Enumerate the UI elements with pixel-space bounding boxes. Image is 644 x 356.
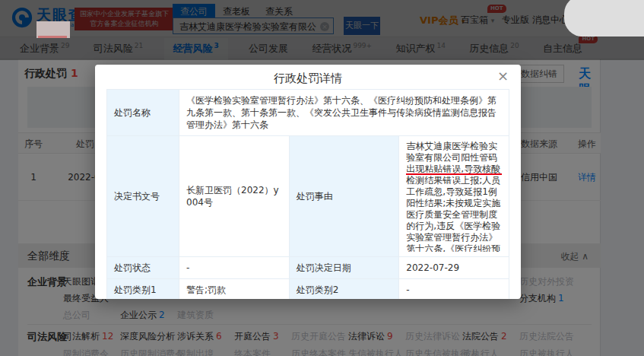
header-backdrop: [0, 0, 644, 60]
penalty-reason-label: 处罚事由: [289, 136, 399, 257]
penalty-status-label: 处罚状态: [107, 257, 179, 279]
penalty-name-label: 处罚名称: [107, 90, 179, 136]
penalty-reason-value: 吉林艾迪康医学检验实验室有限公司阳性管码出现粘贴错误,导致核酸检测结果错误上报;…: [399, 136, 509, 257]
penalty-detail-table: 处罚名称 《医学检验实验室管理暂行办法》第十六条、《医疗纠纷预防和处理条例》第九…: [106, 89, 509, 299]
penalty-type2-label: 处罚类别2: [289, 279, 399, 300]
penalty-type1-value: 警告;罚款: [179, 279, 290, 300]
avatar-redaction-line: [38, 36, 67, 38]
row-penalty-types: 处罚类别1 警告;罚款 处罚类别2 -: [107, 279, 509, 300]
penalty-detail-modal: 行政处罚详情 × 处罚名称 《医学检验实验室管理暂行办法》第十六条、《医疗纠纷预…: [95, 65, 521, 299]
penalty-status-value: -: [179, 257, 290, 279]
row-penalty-name: 处罚名称 《医学检验实验室管理暂行办法》第十六条、《医疗纠纷预防和处理条例》第九…: [107, 90, 509, 136]
tianyancha-page: 天眼查 TianYanCha.com 国家中小企业发展子基金旗下 官方备案企业征…: [0, 0, 644, 356]
row-doc-and-reason: 决定书文号 长新卫医罚（2022）y004号 处罚事由 吉林艾迪康医学检验实验室…: [107, 136, 509, 257]
avatar-redaction-blob: [564, 0, 644, 37]
doc-number-label: 决定书文号: [107, 136, 179, 257]
penalty-type1-label: 处罚类别1: [107, 279, 179, 300]
close-icon[interactable]: ×: [497, 68, 509, 84]
doc-number-value: 长新卫医罚（2022）y004号: [179, 136, 290, 257]
penalty-type2-value: -: [399, 279, 509, 300]
row-status-and-date: 处罚状态 - 处罚决定日期 2022-07-29: [107, 257, 509, 279]
modal-title: 行政处罚详情: [95, 72, 521, 86]
decision-date-label: 处罚决定日期: [289, 257, 399, 279]
decision-date-value: 2022-07-29: [399, 257, 509, 279]
penalty-name-value: 《医学检验实验室管理暂行办法》第十六条、《医疗纠纷预防和处理条例》第九条第一款、…: [179, 90, 509, 136]
